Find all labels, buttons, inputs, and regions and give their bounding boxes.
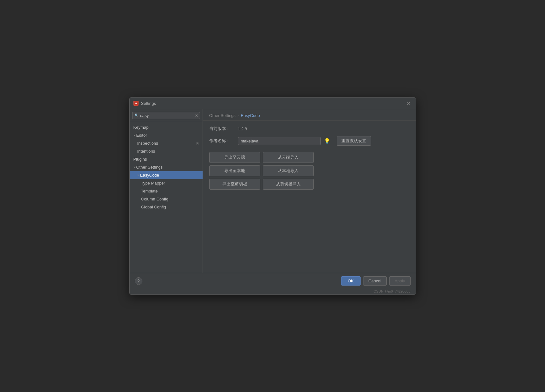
title-bar-left: U Settings: [133, 101, 156, 106]
breadcrumb: Other Settings › EasyCode: [203, 109, 416, 121]
sidebar-item-label: Plugins: [133, 157, 147, 162]
dialog-footer: ? OK Cancel Apply: [130, 273, 416, 289]
sidebar-item-label: Inspections: [137, 141, 158, 146]
sidebar-item-global-config[interactable]: Global Config: [130, 203, 203, 211]
app-icon: U: [133, 101, 139, 106]
export-clipboard-button[interactable]: 导出至剪切板: [209, 179, 260, 190]
export-local-button[interactable]: 导出至本地: [209, 165, 260, 176]
sidebar-item-label: Other Settings: [136, 165, 163, 170]
search-input[interactable]: [140, 113, 194, 118]
import-cloud-button[interactable]: 从云端导入: [263, 152, 314, 163]
help-button[interactable]: ?: [135, 277, 142, 285]
sidebar-navigation: Keymap ▾ Editor Inspections ⎘ Intentions: [130, 122, 203, 212]
chevron-down-icon: ▾: [133, 134, 135, 137]
sidebar-item-intentions[interactable]: Intentions: [130, 147, 203, 155]
sidebar-item-label: Template: [141, 189, 158, 193]
search-box: 🔍 ✕: [130, 109, 203, 122]
reset-button[interactable]: 重置默认设置: [337, 136, 371, 146]
copy-icon: ⎘: [197, 142, 199, 145]
action-button-grid: 导出至云端 从云端导入 导出至本地 从本地导入 导出至剪切板 从剪切板导入: [209, 152, 409, 190]
sidebar-item-label: Keymap: [133, 125, 149, 130]
breadcrumb-separator: ›: [238, 113, 239, 118]
import-local-button[interactable]: 从本地导入: [263, 165, 314, 176]
author-input[interactable]: [238, 137, 321, 145]
version-row: 当前版本： 1.2.8: [209, 126, 409, 132]
chevron-down-icon: ▾: [133, 165, 135, 169]
sidebar-item-column-config[interactable]: Column Config: [130, 195, 203, 203]
author-row: 作者名称： 💡 重置默认设置: [209, 136, 409, 146]
author-label: 作者名称：: [209, 138, 235, 144]
sidebar-item-label: Type Mapper: [141, 181, 165, 185]
breadcrumb-parent: Other Settings: [209, 113, 236, 118]
version-value: 1.2.8: [238, 127, 247, 131]
export-cloud-button[interactable]: 导出至云端: [209, 152, 260, 163]
search-input-wrap: 🔍 ✕: [132, 112, 200, 119]
sidebar-item-other-settings[interactable]: ▾ Other Settings: [130, 163, 203, 171]
sidebar-item-label: Global Config: [141, 205, 166, 209]
sidebar-item-label: Editor: [136, 133, 147, 138]
bulb-icon[interactable]: 💡: [324, 138, 330, 144]
close-button[interactable]: ✕: [405, 100, 412, 106]
footer-left: ?: [135, 277, 142, 285]
footer-right: OK Cancel Apply: [341, 276, 411, 286]
sidebar-item-plugins[interactable]: Plugins: [130, 155, 203, 163]
cancel-button[interactable]: Cancel: [363, 276, 387, 286]
sidebar-item-label: Column Config: [141, 197, 169, 201]
version-label: 当前版本：: [209, 126, 235, 132]
title-bar: U Settings ✕: [130, 98, 416, 109]
sidebar-item-inspections[interactable]: Inspections ⎘: [130, 139, 203, 147]
search-icon: 🔍: [134, 113, 139, 118]
dialog-body: 🔍 ✕ Keymap ▾ Editor Inspections ⎘: [130, 109, 416, 273]
main-content: Other Settings › EasyCode 当前版本： 1.2.8 作者…: [203, 109, 416, 273]
apply-button[interactable]: Apply: [389, 276, 411, 286]
sidebar-item-easycode[interactable]: ▾ EasyCode: [130, 171, 203, 179]
search-clear-button[interactable]: ✕: [195, 114, 198, 118]
content-area: 当前版本： 1.2.8 作者名称： 💡 重置默认设置 导出至云端 从云端导入 导…: [203, 121, 416, 273]
sidebar-item-editor[interactable]: ▾ Editor: [130, 131, 203, 139]
settings-dialog: U Settings ✕ 🔍 ✕ Keymap: [129, 97, 416, 295]
dialog-title: Settings: [141, 101, 156, 106]
sidebar-item-label: Intentions: [137, 149, 155, 154]
watermark: CSDN @m0_74295055: [130, 289, 416, 294]
breadcrumb-current: EasyCode: [241, 113, 260, 118]
import-clipboard-button[interactable]: 从剪切板导入: [263, 179, 314, 190]
svg-text:U: U: [135, 102, 137, 105]
ok-button[interactable]: OK: [341, 276, 361, 286]
sidebar-item-template[interactable]: Template: [130, 187, 203, 195]
sidebar-item-keymap[interactable]: Keymap: [130, 123, 203, 131]
sidebar: 🔍 ✕ Keymap ▾ Editor Inspections ⎘: [130, 109, 203, 273]
chevron-down-icon: ▾: [137, 173, 139, 177]
sidebar-item-type-mapper[interactable]: Type Mapper: [130, 179, 203, 187]
sidebar-item-label: EasyCode: [140, 173, 159, 178]
